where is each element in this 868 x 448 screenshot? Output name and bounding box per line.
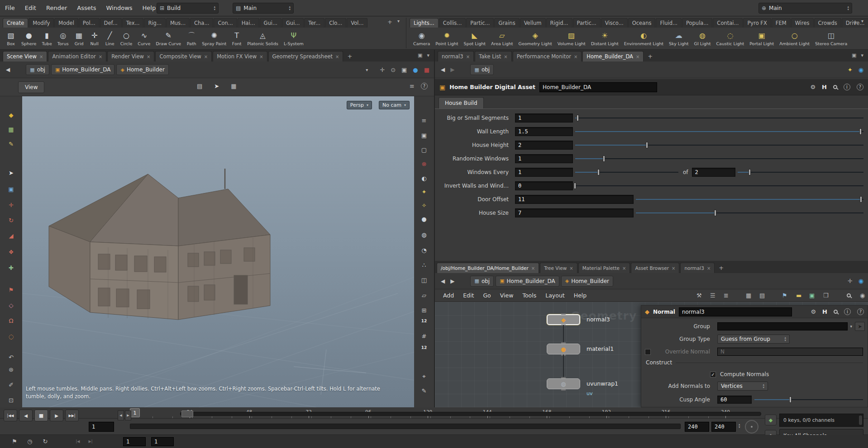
param-slider[interactable] [575,127,863,136]
anchor-tool-icon[interactable]: ⚑ [9,287,14,293]
net-menu-add[interactable]: Add [439,292,458,299]
shelf-tab-modify[interactable]: Modify [29,18,54,28]
node-input-stub[interactable] [561,377,566,378]
crumb-obj[interactable]: ▦obj [470,276,494,287]
range-start-field[interactable]: 1 [123,437,146,446]
go-start-button[interactable]: |◀◀ [4,410,17,421]
close-tab-icon[interactable]: × [147,54,150,59]
radial-menu-icon[interactable]: ◉ [858,66,863,73]
crumb-home-builder-da[interactable]: ▣Home_Builder_DA [496,276,559,287]
close-tab-icon[interactable]: × [569,266,573,271]
net-menu-go[interactable]: Go [478,292,495,299]
shelf-tab-lights[interactable]: Lights... [410,18,439,28]
tool-spray-paint[interactable]: ✺Spray Paint [200,30,229,47]
spinner-arrows-icon[interactable]: ▴▾ [289,5,291,11]
tool-ambient-light[interactable]: ○Ambient Light [777,30,812,47]
shelf-tab-grains[interactable]: Grains [494,18,519,28]
select-arrow-icon[interactable]: ➤ [214,83,219,90]
character-tool-icon[interactable]: Ω [9,318,14,324]
tab-render-view[interactable]: Render View× [107,51,154,61]
close-tab-icon[interactable]: × [39,54,43,59]
jog-dial[interactable] [745,420,758,434]
param-slider[interactable] [575,168,678,177]
param-value-field[interactable]: 0 [515,181,573,190]
tab-performance-monitor[interactable]: Performance Monitor× [513,51,582,61]
play-button[interactable]: ▶ [50,410,63,421]
shelf-tab-con[interactable]: Con... [214,18,237,28]
spinner-arrows-icon[interactable]: ▴▾ [763,383,764,389]
projection-selector[interactable]: Persp ▾ [347,101,372,109]
shelf-tab-mus[interactable]: Mus... [166,18,190,28]
display-sphere-icon[interactable]: ● [413,66,418,73]
tool-torus[interactable]: ◎Torus [55,30,71,47]
show-objects-icon[interactable]: ◆ [9,112,14,118]
tool-portal-light[interactable]: ▣Portal Light [747,30,776,47]
reference-plane-icon[interactable]: ⊞ [422,307,427,314]
close-tab-icon[interactable]: × [622,266,626,271]
constraint-tool-icon[interactable]: ◇ [9,302,14,309]
snap-tool-icon[interactable]: ✚ [9,265,14,271]
slider-handle[interactable] [603,156,605,162]
grid-snap-icon[interactable]: ▦ [746,292,751,299]
asset-name-field[interactable]: Home_Builder_DA [539,82,657,92]
slider-handle[interactable] [714,210,716,216]
lasso-tool-icon[interactable]: ◌ [9,334,14,340]
network-box-icon[interactable]: ❒ [823,292,829,299]
close-tab-icon[interactable]: × [466,54,470,59]
node-info-icon[interactable]: ≣ [724,292,729,299]
node-input-stub[interactable] [561,342,566,344]
display-points-icon[interactable]: ∴ [422,262,426,269]
menu-windows[interactable]: Windows [101,0,138,16]
shelf-tab-rig[interactable]: Rig... [144,18,165,28]
tool-null[interactable]: ✛Null [87,30,102,47]
param-value-field[interactable]: 1 [515,168,573,177]
shelf-tab-gui[interactable]: Gui... [260,18,281,28]
group-type-dropdown[interactable]: Guess from Group ▴▾ [717,335,790,344]
override-normal-field[interactable]: N [717,348,863,356]
current-frame-marker[interactable]: 1 [130,408,140,417]
pose-tool-icon[interactable]: ❖ [9,249,14,255]
secure-selection-icon[interactable]: ▦ [231,83,236,90]
shelf-tab-vellum[interactable]: Vellum [520,18,546,28]
view-tool-icon[interactable]: ▣ [8,186,14,193]
realtime-toggle-icon[interactable]: ◷ [24,437,36,446]
param-value-field-2[interactable]: 2 [692,168,735,177]
layout-single-icon[interactable]: ▢ [421,147,427,153]
add-pane-tab-icon[interactable]: + [715,263,727,273]
flipbook-record-icon[interactable]: ■ [424,66,429,73]
slider-handle[interactable] [749,169,751,175]
tab-asset-browser[interactable]: Asset Browser× [631,263,679,273]
normal-lighting-icon[interactable]: ✦ [422,189,427,195]
forward-icon[interactable]: ▶ [449,66,456,73]
pane-maximize-icon[interactable]: ▣ [418,52,422,58]
set-key-button[interactable]: ◆ [765,415,777,425]
grid-toggle-icon[interactable]: # [422,333,427,340]
shelf-tab-visco[interactable]: Visco... [601,18,628,28]
shelf-menu-icon[interactable]: ▾ [397,19,400,24]
radial-menu-icon[interactable]: ◉ [858,278,863,284]
go-end-button[interactable]: ▶▶| [65,410,79,421]
info-icon[interactable]: i [844,84,850,90]
stowbar-icon[interactable]: ≡ [422,118,427,124]
tab-tree-view[interactable]: Tree View× [540,263,577,273]
shelf-menu-icon[interactable]: ▾ [861,19,863,24]
slider-handle[interactable] [860,196,862,203]
frame-all-icon[interactable]: ⊡ [9,397,14,404]
shelf-tab-oceans[interactable]: Oceans [628,18,656,28]
pin-pane-icon[interactable]: ✛ [380,66,385,73]
param-value-field[interactable]: 1 [515,154,573,163]
tab-home-builder-da[interactable]: Home_Builder_DA× [582,51,644,61]
level-badge-b[interactable]: 12 [421,344,427,351]
close-tab-icon[interactable]: × [204,54,208,59]
tab-normal3[interactable]: normal3× [680,263,715,273]
show-geometry-icon[interactable]: ▦ [8,127,14,133]
tab-animation-editor[interactable]: Animation Editor× [48,51,106,61]
pane-menu-icon[interactable]: ▾ [427,52,429,58]
play-reverse-button[interactable]: ◀ [19,410,33,421]
gear-icon[interactable]: ⚙ [811,308,816,315]
param-slider[interactable] [636,195,863,204]
param-value-field[interactable]: 11 [515,195,634,204]
tool-camera[interactable]: ◉Camera [411,30,432,47]
crumb-obj[interactable]: ▦obj [470,64,494,75]
add-pane-tab-icon[interactable]: + [344,51,355,61]
